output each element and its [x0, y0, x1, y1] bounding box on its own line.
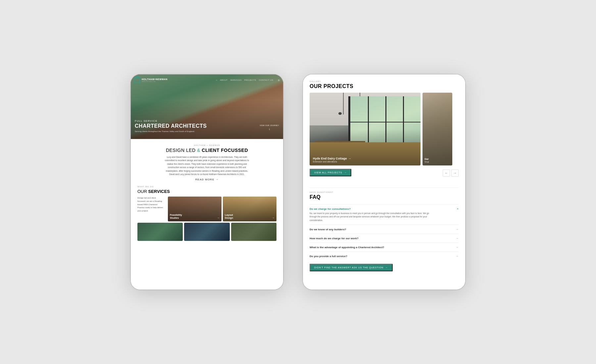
hero-title-small: FULL SERVICE	[135, 119, 207, 122]
right-screen-wrapper: GALLERY OUR PROJECTS	[303, 74, 465, 290]
left-scroll-area[interactable]: HOLTHAM+NEWMAN ARCHITECTS ⌂ ABOUT SERVIC…	[131, 74, 283, 290]
faq-item-4: What is the advantage of appointing a Ch…	[310, 243, 459, 251]
faq-question-4[interactable]: What is the advantage of appointing a Ch…	[310, 246, 384, 249]
faq-question-5[interactable]: Do you provide a full service?	[310, 255, 347, 258]
about-heading-part2: CLIENT FOCUSSED	[202, 148, 248, 153]
service-card-5[interactable]	[231, 223, 276, 241]
project-card-main[interactable]: Hyde End Dairy Cottage → Extension and a…	[310, 93, 421, 165]
service-card-feasibility[interactable]: Feasibility Studies →	[168, 197, 222, 221]
services-eyebrow: WHAT WE DO	[137, 186, 276, 188]
faq-question-1[interactable]: Do we charge for consultations?	[310, 207, 351, 210]
project-card-side[interactable]: Gar Singl	[422, 93, 452, 165]
faq-arrow-2[interactable]: →	[456, 228, 459, 231]
service-card-3[interactable]	[137, 223, 183, 241]
hero-cta-arrow: ↓	[260, 127, 279, 131]
project-photo-interior	[310, 93, 421, 165]
right-main-content: GALLERY OUR PROJECTS	[303, 74, 465, 277]
gallery-prev-button[interactable]: ←	[443, 169, 450, 177]
side-project-sub: Singl	[424, 161, 429, 163]
projects-our: OUR	[310, 83, 322, 89]
navigation: HOLTHAM+NEWMAN ARCHITECTS ⌂ ABOUT SERVIC…	[131, 74, 283, 86]
prev-arrow: ←	[445, 171, 448, 175]
nav-projects[interactable]: PROJECTS	[244, 79, 256, 81]
projects-eyebrow: GALLERY	[310, 80, 459, 82]
services-heading-part1: OUR	[137, 189, 147, 194]
faq-question-row-5: Do you provide a full service? →	[310, 254, 459, 258]
about-heading-part1: DESIGN LED	[166, 148, 196, 153]
about-amp: &	[197, 148, 202, 153]
faq-arrow-3[interactable]: →	[456, 237, 459, 240]
hamburger-icon[interactable]: ≡	[278, 78, 280, 82]
feasibility-label-line2: Studies	[170, 216, 182, 219]
right-scroll-area[interactable]: GALLERY OUR PROJECTS	[303, 74, 465, 290]
faq-close-icon-1[interactable]: ×	[457, 207, 459, 210]
faq-question-row-2: Do we know of any builders? →	[310, 228, 459, 231]
ask-question-button[interactable]: DIDN'T FIND THE ANSWER? ASK US THE QUEST…	[310, 264, 393, 271]
faq-item-5: Do you provide a full service? →	[310, 251, 459, 260]
side-project-name: Gar	[424, 158, 429, 160]
hero-cta[interactable]: VIEW OUR JOURNEY ↓	[260, 124, 279, 131]
gallery-next-button[interactable]: →	[451, 169, 459, 177]
layout-label: Layout Design	[225, 213, 233, 219]
left-screen-wrapper: HOLTHAM+NEWMAN ARCHITECTS ⌂ ABOUT SERVIC…	[131, 74, 283, 290]
services-heading: OUR SERVICES	[137, 189, 276, 194]
services-grid: Design led and client focussed, we are a…	[137, 197, 276, 221]
read-more-label: READ MORE	[195, 178, 214, 181]
feasibility-label-line1: Feasibility	[170, 213, 182, 216]
services-section: WHAT WE DO OUR SERVICES Design led and c…	[137, 186, 276, 244]
gallery-controls: ← →	[443, 169, 459, 177]
ask-question-arrow: →	[385, 266, 388, 269]
logo-icon	[134, 77, 140, 83]
faq-item-1: Do we charge for consultations? × No, we…	[310, 204, 459, 225]
faq-arrow-5[interactable]: →	[456, 254, 459, 258]
logo[interactable]: HOLTHAM+NEWMAN ARCHITECTS	[134, 77, 168, 83]
projects-title: OUR PROJECTS	[310, 83, 459, 89]
read-more-arrow: →	[216, 178, 219, 181]
hero-subtitle: Serving clients throughout the Thames Va…	[135, 130, 201, 132]
about-eyebrow: HOLTHAM + NEWMAN	[137, 144, 276, 146]
logo-sub-text: ARCHITECTS	[142, 80, 168, 82]
ipad-left: HOLTHAM+NEWMAN ARCHITECTS ⌂ ABOUT SERVIC…	[131, 74, 283, 290]
nav-services[interactable]: SERVICES	[230, 79, 241, 81]
about-body: Lucy and David have a combined 45 years …	[164, 156, 250, 176]
view-all-label: VIEW ALL PROJECTS	[314, 171, 342, 174]
feasibility-image: Feasibility Studies	[168, 197, 222, 221]
services-heading-part2: SERVICES	[148, 189, 170, 194]
nav-about[interactable]: ABOUT	[220, 79, 227, 81]
logo-main-text: HOLTHAM+NEWMAN	[142, 78, 168, 80]
ipad-right: GALLERY OUR PROJECTS	[303, 74, 465, 290]
faq-arrow-4[interactable]: →	[456, 246, 459, 249]
gallery-footer: VIEW ALL PROJECTS → ← →	[310, 169, 459, 182]
main-project-arrow: →	[348, 157, 351, 160]
nav-home-icon[interactable]: ⌂	[216, 79, 217, 81]
faq-title: FAQ	[310, 194, 459, 200]
faq-question-row-4: What is the advantage of appointing a Ch…	[310, 246, 459, 249]
main-project-name-text: Hyde End Dairy Cottage	[313, 157, 347, 160]
nav-contact[interactable]: CONTACT US	[259, 79, 273, 81]
read-more-link[interactable]: READ MORE →	[137, 178, 276, 181]
service-card-4[interactable]	[184, 223, 229, 241]
section-divider	[310, 188, 459, 188]
main-project-name: Hyde End Dairy Cottage →	[313, 157, 351, 160]
projects-heading: PROJECTS	[323, 83, 353, 89]
faq-question-3[interactable]: How much do we charge for our work?	[310, 237, 359, 240]
side-photo	[422, 93, 452, 165]
main-project-subtitle: Extension and alterations	[313, 160, 351, 163]
feasibility-arrow: →	[217, 216, 220, 219]
feasibility-label: Feasibility Studies	[170, 213, 182, 219]
faq-question-2[interactable]: Do we know of any builders?	[310, 228, 346, 231]
about-heading: DESIGN LED & CLIENT FOCUSSED	[137, 148, 276, 153]
faq-question-row-3: How much do we charge for our work? →	[310, 237, 459, 240]
next-arrow: →	[453, 171, 457, 175]
scene: HOLTHAM+NEWMAN ARCHITECTS ⌂ ABOUT SERVIC…	[0, 55, 596, 309]
hero-content: FULL SERVICE CHARTERED ARCHITECTS Servin…	[135, 119, 207, 132]
faq-item-2: Do we know of any builders? →	[310, 225, 459, 234]
service-card-layout[interactable]: Layout Design →	[223, 197, 276, 221]
nav-links: ⌂ ABOUT SERVICES PROJECTS CONTACT US ≡	[216, 78, 280, 82]
logo-text: HOLTHAM+NEWMAN ARCHITECTS	[142, 78, 168, 82]
layout-label-line1: Layout	[225, 213, 233, 216]
hero-cta-label: VIEW OUR JOURNEY	[260, 124, 279, 126]
view-all-button[interactable]: VIEW ALL PROJECTS →	[310, 169, 351, 176]
services-row2	[137, 223, 276, 241]
faq-eyebrow: HAVE QUESTIONS?	[310, 191, 459, 193]
